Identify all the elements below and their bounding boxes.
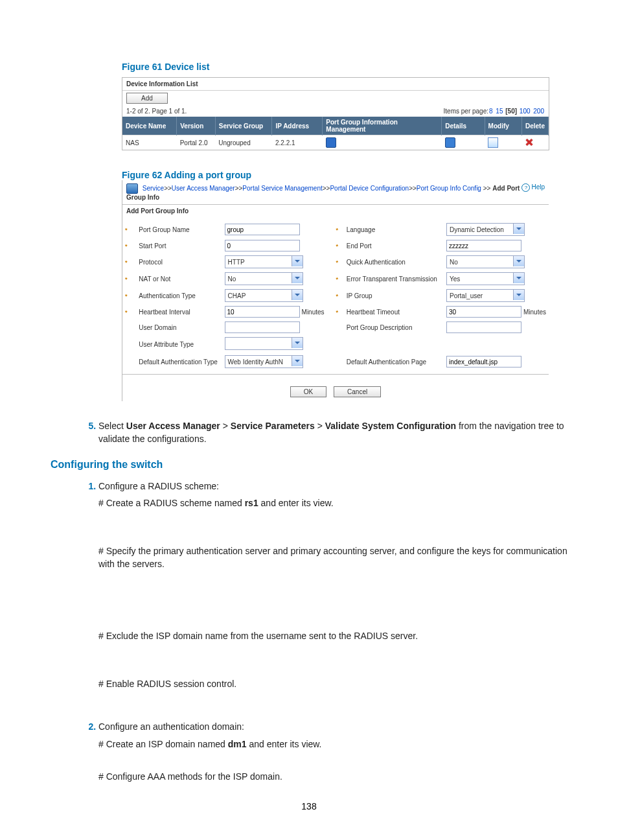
nat-select[interactable]: No: [225, 272, 303, 285]
label-quick-auth: Quick Authentication: [344, 253, 444, 270]
pp-50: [50]: [505, 108, 517, 115]
start-port-input[interactable]: [225, 240, 300, 251]
step-5: Select User Access Manager > Service Par…: [98, 419, 567, 446]
delete-icon[interactable]: [525, 138, 534, 147]
label-user-attr-type: User Attribute Type: [136, 335, 222, 353]
cell-modify[interactable]: [485, 135, 521, 150]
breadcrumb-icon: [126, 183, 138, 194]
crumb-psm[interactable]: Portal Service Management: [242, 185, 322, 192]
heartbeat-timeout-input[interactable]: [446, 306, 521, 318]
pp-15[interactable]: 15: [496, 108, 503, 115]
default-auth-type-select[interactable]: Web Identity AuthN: [225, 355, 303, 368]
required-icon: *: [125, 276, 129, 283]
port-group-icon[interactable]: [326, 137, 336, 148]
cell-version: Portal 2.0: [177, 135, 216, 150]
cell-pgim[interactable]: [323, 135, 442, 150]
quick-auth-select[interactable]: No: [446, 255, 525, 268]
cell-ip: 2.2.2.1: [272, 135, 323, 150]
pager-info: 1-2 of 2. Page 1 of 1.: [126, 108, 187, 115]
crumb-pgic[interactable]: Port Group Info Config: [417, 185, 481, 192]
section-title: Add Port Group Info: [122, 205, 549, 217]
label-ett: Error Transparent Transmission: [344, 270, 444, 287]
heartbeat-interval-input[interactable]: [225, 306, 300, 318]
add-port-group-panel: Help Service>>User Access Manager>>Porta…: [122, 180, 549, 401]
label-language: Language: [344, 221, 444, 238]
breadcrumb: Help Service>>User Access Manager>>Porta…: [122, 180, 549, 204]
label-end-port: End Port: [344, 238, 444, 253]
col-service-group[interactable]: Service Group: [215, 117, 272, 135]
col-modify[interactable]: Modify: [485, 117, 521, 135]
col-ip[interactable]: IP Address: [272, 117, 323, 135]
col-version[interactable]: Version: [177, 117, 216, 135]
protocol-select[interactable]: HTTP: [225, 255, 303, 268]
pp-100[interactable]: 100: [520, 108, 531, 115]
col-pgim[interactable]: Port Group Information Management: [323, 117, 442, 135]
label-heartbeat-timeout: Heartbeat Timeout: [344, 304, 444, 320]
required-icon: *: [125, 243, 129, 250]
default-auth-page-input[interactable]: [446, 356, 521, 368]
required-icon: *: [336, 243, 339, 250]
label-default-auth-page: Default Authentication Page: [344, 353, 444, 370]
items-per-page: Items per page:8 15 [50] 100 200: [444, 108, 545, 115]
ip-group-select[interactable]: Portal_user: [446, 289, 525, 302]
cell-delete[interactable]: [521, 135, 548, 150]
table-row: NAS Portal 2.0 Ungrouped 2.2.2.1: [122, 135, 549, 150]
cancel-button[interactable]: Cancel: [334, 386, 381, 397]
add-button[interactable]: Add: [126, 93, 168, 104]
details-icon[interactable]: [445, 137, 455, 148]
label-start-port: Start Port: [136, 238, 222, 253]
end-port-input[interactable]: [446, 240, 521, 251]
pp-200[interactable]: 200: [533, 108, 544, 115]
label-port-group-name: Port Group Name: [136, 221, 222, 238]
figure-62-title: Figure 62 Adding a port group: [122, 170, 567, 180]
label-default-auth-type: Default Authentication Type: [136, 353, 222, 370]
device-table: Device Name Version Service Group IP Add…: [122, 117, 549, 150]
col-device-name[interactable]: Device Name: [122, 117, 177, 135]
port-group-name-input[interactable]: [225, 224, 300, 235]
label-heartbeat-interval: Heartbeat Interval: [136, 304, 222, 320]
label-ip-group: IP Group: [344, 287, 444, 304]
cell-details[interactable]: [442, 135, 485, 150]
panel-title: Device Information List: [122, 78, 549, 91]
required-icon: *: [336, 259, 339, 266]
step-2: Configure an authentication domain: # Cr…: [98, 720, 567, 783]
modify-icon[interactable]: [488, 137, 498, 148]
required-icon: *: [336, 276, 339, 283]
required-icon: *: [336, 227, 339, 233]
crumb-service[interactable]: Service: [143, 185, 164, 192]
step-1: Configure a RADIUS scheme: # Create a RA…: [98, 480, 567, 691]
label-pg-desc: Port Group Description: [344, 320, 444, 335]
cell-name: NAS: [122, 135, 177, 150]
col-delete[interactable]: Delete: [521, 117, 548, 135]
crumb-uam[interactable]: User Access Manager: [172, 185, 235, 192]
col-details[interactable]: Details: [442, 117, 485, 135]
help-link[interactable]: Help: [521, 183, 545, 192]
required-icon: *: [125, 227, 129, 233]
cell-sg: Ungrouped: [215, 135, 272, 150]
section-configuring-switch: Configuring the switch: [51, 459, 567, 471]
crumb-pdc[interactable]: Portal Device Configuration: [330, 185, 409, 192]
required-icon: *: [336, 309, 339, 316]
pp-8[interactable]: 8: [489, 108, 493, 115]
user-attr-type-select[interactable]: [225, 337, 303, 350]
required-icon: *: [125, 309, 129, 316]
ok-button[interactable]: OK: [290, 386, 326, 397]
label-protocol: Protocol: [136, 253, 222, 270]
required-icon: *: [125, 259, 129, 266]
user-domain-input[interactable]: [225, 321, 300, 333]
label-nat: NAT or Not: [136, 270, 222, 287]
label-user-domain: User Domain: [136, 320, 222, 335]
required-icon: *: [336, 293, 339, 299]
pg-desc-input[interactable]: [446, 321, 521, 333]
ett-select[interactable]: Yes: [446, 272, 525, 285]
figure-61-title: Figure 61 Device list: [122, 62, 567, 72]
page-number: 138: [51, 801, 567, 811]
label-auth-type: Authentication Type: [136, 287, 222, 304]
required-icon: *: [125, 293, 129, 299]
auth-type-select[interactable]: CHAP: [225, 289, 303, 302]
device-list-panel: Device Information List Add 1-2 of 2. Pa…: [122, 77, 549, 150]
language-select[interactable]: Dynamic Detection: [446, 223, 525, 236]
